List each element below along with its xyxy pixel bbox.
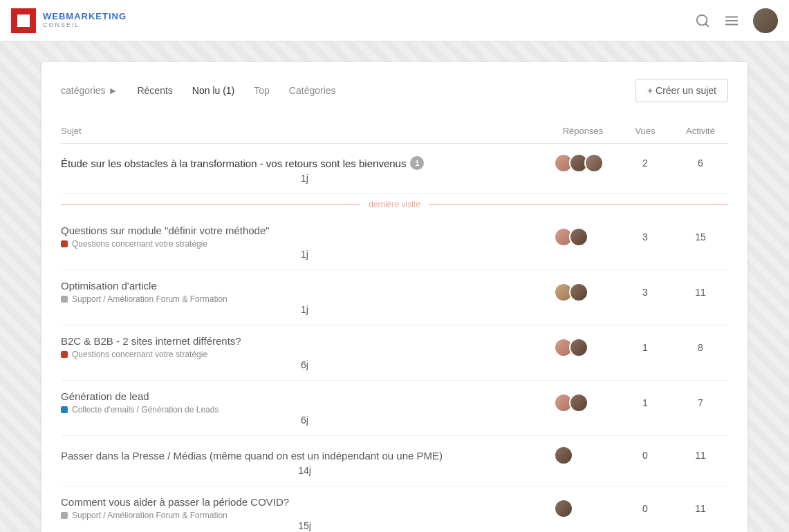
logo-text: WEBMARKETING CONSEIL	[43, 12, 127, 28]
table-header: Sujet Réponses Vues Activité	[61, 119, 728, 144]
topic-avatars	[548, 338, 618, 357]
logo-area: WEBMARKETING CONSEIL	[11, 8, 127, 33]
unread-badge: 1	[410, 156, 424, 170]
topic-category: Questions concernant votre stratégie	[61, 350, 535, 359]
last-visit-label: dernière visite	[360, 200, 429, 209]
replies-count: 2	[618, 158, 673, 169]
activity-time: 1j	[61, 304, 548, 315]
col-subject-header: Sujet	[61, 126, 548, 136]
table-row: Passer dans la Presse / Médias (même qua…	[61, 436, 728, 486]
tab-non-lu[interactable]: Non lu (1)	[184, 81, 243, 100]
topic-title[interactable]: Questions sur module "définir votre méth…	[61, 225, 535, 236]
main-content: catégories ► Récents Non lu (1) Top Caté…	[0, 41, 789, 532]
table-row: Comment vous aider à passer la période C…	[61, 486, 728, 532]
replies-count: 1	[618, 342, 673, 353]
logo-icon	[11, 8, 36, 33]
topic-title[interactable]: Passer dans la Presse / Médias (même qua…	[61, 450, 535, 462]
avatar	[569, 338, 588, 357]
topic-left: B2C & B2B - 2 sites internet différents?…	[61, 335, 548, 359]
views-count: 11	[673, 287, 728, 298]
breadcrumb-categories[interactable]: catégories ►	[61, 85, 118, 96]
views-count: 8	[673, 342, 728, 353]
topic-left: Passer dans la Presse / Médias (même qua…	[61, 450, 548, 462]
svg-line-1	[705, 23, 708, 26]
activity-time: 6j	[61, 415, 548, 426]
avatar	[569, 283, 588, 302]
topic-category: Collecte d'emails / Génération de Leads	[61, 405, 535, 415]
topic-left: Optimisation d'article Support / Amélior…	[61, 280, 548, 304]
avatar	[569, 393, 588, 412]
topic-category: Questions concernant votre stratégie	[61, 239, 535, 249]
topic-title[interactable]: B2C & B2B - 2 sites internet différents?	[61, 335, 535, 347]
table-row: Étude sur les obstacles à la transformat…	[61, 144, 728, 194]
views-count: 6	[673, 158, 728, 169]
divider-line-left	[61, 205, 360, 205]
user-avatar[interactable]	[753, 8, 778, 33]
topic-title[interactable]: Optimisation d'article	[61, 280, 535, 292]
table-row: B2C & B2B - 2 sites internet différents?…	[61, 325, 728, 381]
replies-count: 3	[618, 287, 673, 298]
views-count: 11	[673, 503, 728, 514]
topic-left: Étude sur les obstacles à la transformat…	[61, 156, 548, 170]
activity-time: 6j	[61, 359, 548, 370]
menu-icon[interactable]	[724, 13, 739, 28]
nav-tabs: Récents Non lu (1) Top Catégories	[129, 81, 344, 100]
table-row: Questions sur module "définir votre méth…	[61, 215, 728, 270]
topic-avatars	[548, 283, 618, 302]
replies-count: 0	[618, 503, 673, 514]
category-dot	[61, 406, 68, 413]
chevron-right-icon: ►	[109, 85, 118, 96]
tab-recents[interactable]: Récents	[129, 81, 180, 100]
replies-count: 3	[618, 231, 673, 243]
topic-avatars	[548, 153, 618, 173]
create-topic-button[interactable]: + Créer un sujet	[635, 79, 728, 102]
category-dot	[61, 296, 68, 303]
table-row: Optimisation d'article Support / Amélior…	[61, 270, 728, 325]
activity-time: 1j	[61, 173, 548, 184]
site-title: WEBMARKETING	[43, 12, 127, 21]
topic-avatars	[548, 499, 618, 518]
views-count: 11	[673, 450, 728, 461]
header-actions	[695, 8, 778, 33]
topic-avatars	[548, 393, 618, 412]
activity-time: 14j	[61, 465, 548, 476]
views-count: 15	[673, 231, 728, 243]
replies-count: 1	[618, 397, 673, 408]
avatar	[554, 499, 573, 518]
topic-left: Comment vous aider à passer la période C…	[61, 496, 548, 520]
last-visit-divider: dernière visite	[61, 194, 728, 215]
topic-left: Génération de lead Collecte d'emails / G…	[61, 390, 548, 415]
nav-left: catégories ► Récents Non lu (1) Top Caté…	[61, 81, 344, 100]
table-row: Génération de lead Collecte d'emails / G…	[61, 381, 728, 436]
site-subtitle: CONSEIL	[43, 22, 127, 29]
topic-left: Questions sur module "définir votre méth…	[61, 225, 548, 249]
col-views-header: Vues	[618, 126, 673, 136]
topic-avatars	[548, 227, 618, 247]
header: WEBMARKETING CONSEIL	[0, 0, 789, 41]
col-activity-header: Activité	[673, 126, 728, 136]
replies-count: 0	[618, 450, 673, 461]
activity-time: 1j	[61, 249, 548, 260]
avatar-image	[753, 8, 778, 33]
divider-line-right	[429, 205, 728, 205]
forum-card: catégories ► Récents Non lu (1) Top Caté…	[41, 62, 748, 532]
avatar	[584, 153, 604, 173]
nav-bar: catégories ► Récents Non lu (1) Top Caté…	[61, 79, 728, 102]
search-icon[interactable]	[695, 13, 710, 28]
activity-time: 15j	[61, 520, 548, 531]
avatar	[554, 446, 573, 465]
views-count: 7	[673, 397, 728, 408]
topic-title[interactable]: Génération de lead	[61, 390, 535, 402]
tab-categories[interactable]: Catégories	[281, 81, 344, 100]
topic-category: Support / Amélioration Forum & Formation	[61, 511, 535, 520]
logo-inner	[17, 15, 30, 27]
category-dot	[61, 240, 68, 247]
col-replies-header: Réponses	[548, 126, 618, 136]
category-dot	[61, 512, 68, 519]
avatar	[569, 227, 588, 247]
topic-title[interactable]: Étude sur les obstacles à la transformat…	[61, 156, 535, 170]
topic-avatars	[548, 446, 618, 465]
tab-top[interactable]: Top	[245, 81, 278, 100]
topic-title[interactable]: Comment vous aider à passer la période C…	[61, 496, 535, 508]
category-dot	[61, 351, 68, 358]
